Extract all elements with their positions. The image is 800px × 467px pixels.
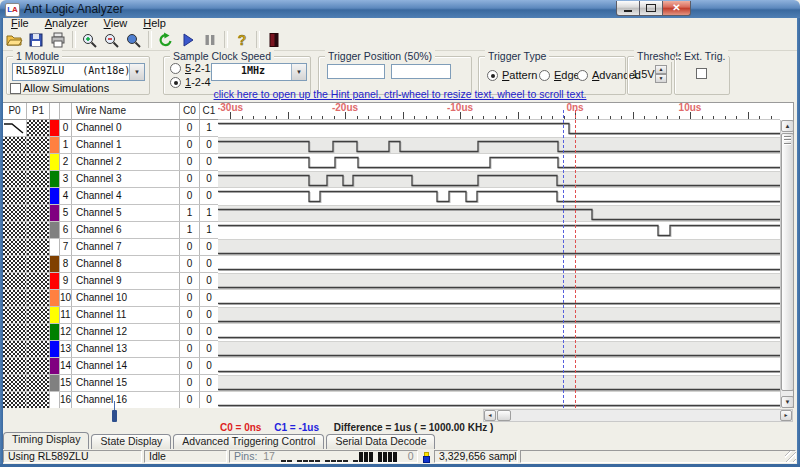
- ext-trig-checkbox[interactable]: [696, 68, 707, 79]
- channel-name[interactable]: Channel 7: [72, 239, 180, 255]
- header-wire-name[interactable]: Wire Name: [72, 103, 180, 120]
- p0-pattern-cell[interactable]: [3, 307, 27, 323]
- waveform-row[interactable]: [218, 120, 780, 137]
- spinner-up-icon[interactable]: ▲: [655, 65, 667, 74]
- p1-pattern-cell[interactable]: [27, 273, 50, 289]
- tab-advanced-triggering-control[interactable]: Advanced Triggering Control: [173, 434, 324, 449]
- channel-color-swatch[interactable]: [50, 171, 60, 187]
- channel-name[interactable]: Channel 3: [72, 171, 180, 187]
- p0-pattern-cell[interactable]: [3, 188, 27, 204]
- channel-name[interactable]: Channel 12: [72, 324, 180, 340]
- p0-pattern-cell[interactable]: [3, 205, 27, 221]
- channel-color-swatch[interactable]: [50, 358, 60, 374]
- channel-color-swatch[interactable]: [50, 222, 60, 238]
- minimize-button[interactable]: [616, 1, 640, 16]
- spinner-down-icon[interactable]: ▼: [655, 74, 667, 83]
- text-size-trackbar[interactable]: [3, 408, 480, 423]
- header-c0[interactable]: C0: [180, 103, 200, 120]
- channel-color-swatch[interactable]: [50, 273, 60, 289]
- trigger-position-input-1[interactable]: [327, 64, 385, 79]
- p1-pattern-cell[interactable]: [27, 324, 50, 340]
- channel-color-swatch[interactable]: [50, 375, 60, 391]
- scroll-right-icon[interactable]: ►: [780, 410, 792, 421]
- p1-pattern-cell[interactable]: [27, 239, 50, 255]
- p1-pattern-cell[interactable]: [27, 290, 50, 306]
- p1-pattern-cell[interactable]: [27, 154, 50, 170]
- waveform-row[interactable]: [218, 324, 780, 341]
- p0-pattern-cell[interactable]: [3, 120, 27, 136]
- p0-pattern-cell[interactable]: [3, 239, 27, 255]
- help-button[interactable]: ?: [231, 30, 253, 49]
- waveform-row[interactable]: [218, 154, 780, 171]
- radio-trigger-pattern[interactable]: Pattern: [487, 69, 537, 81]
- p1-pattern-cell[interactable]: [27, 392, 50, 408]
- p1-pattern-cell[interactable]: [27, 222, 50, 238]
- close-button[interactable]: ✕: [662, 1, 691, 16]
- resize-grip[interactable]: [785, 451, 796, 462]
- waveform-row[interactable]: [218, 290, 780, 307]
- p1-pattern-cell[interactable]: [27, 137, 50, 153]
- save-button[interactable]: [25, 30, 47, 49]
- radio-clock-521[interactable]: 5-2-1: [170, 62, 211, 74]
- p0-pattern-cell[interactable]: [3, 392, 27, 408]
- horizontal-scrollbar-thumb[interactable]: [497, 410, 511, 421]
- menu-analyzer[interactable]: Analyzer: [37, 18, 96, 29]
- p0-pattern-cell[interactable]: [3, 137, 27, 153]
- channel-name[interactable]: Channel 14: [72, 358, 180, 374]
- waveform-row[interactable]: [218, 273, 780, 290]
- channel-name[interactable]: Channel 15: [72, 375, 180, 391]
- channel-color-swatch[interactable]: [50, 137, 60, 153]
- threshold-spinner[interactable]: ▲ ▼: [655, 65, 667, 82]
- tab-timing-display[interactable]: Timing Display: [3, 432, 89, 449]
- waveform-row[interactable]: [218, 307, 780, 324]
- waveform-area[interactable]: [218, 120, 780, 408]
- pause-button[interactable]: [199, 30, 221, 49]
- channel-color-swatch[interactable]: [50, 290, 60, 306]
- channel-name[interactable]: Channel 16: [72, 392, 180, 408]
- tab-serial-data-decode[interactable]: Serial Data Decode: [326, 434, 435, 449]
- p1-pattern-cell[interactable]: [27, 341, 50, 357]
- channel-name[interactable]: Channel 11: [72, 307, 180, 323]
- channel-name[interactable]: Channel 9: [72, 273, 180, 289]
- p1-pattern-cell[interactable]: [27, 188, 50, 204]
- vertical-scrollbar-thumb[interactable]: [781, 133, 794, 391]
- radio-clock-124[interactable]: 1-2-4: [170, 76, 211, 88]
- scroll-down-icon[interactable]: ▼: [781, 396, 794, 408]
- p0-pattern-cell[interactable]: [3, 222, 27, 238]
- radio-trigger-edge[interactable]: Edge: [539, 69, 580, 81]
- waveform-row[interactable]: [218, 341, 780, 358]
- time-ruler[interactable]: -30us-20us-10us0ns10us: [218, 103, 780, 120]
- hint-link[interactable]: click here to open up the Hint panel, ct…: [0, 88, 800, 100]
- module-combo[interactable]: RL589ZLU (Ant18e) ▼: [12, 63, 145, 81]
- menu-help[interactable]: Help: [135, 18, 174, 29]
- channel-name[interactable]: Channel 13: [72, 341, 180, 357]
- waveform-row[interactable]: [218, 375, 780, 392]
- p1-pattern-cell[interactable]: [27, 307, 50, 323]
- zoom-in-button[interactable]: [79, 30, 101, 49]
- header-p0[interactable]: P0: [3, 103, 27, 120]
- p1-pattern-cell[interactable]: [27, 171, 50, 187]
- channel-color-swatch[interactable]: [50, 205, 60, 221]
- waveform-row[interactable]: [218, 256, 780, 273]
- scroll-left-icon[interactable]: ◄: [484, 410, 496, 421]
- channel-color-swatch[interactable]: [50, 341, 60, 357]
- channel-color-swatch[interactable]: [50, 120, 60, 136]
- maximize-button[interactable]: [639, 1, 663, 16]
- header-p1[interactable]: P1: [27, 103, 50, 120]
- waveform-row[interactable]: [218, 358, 780, 375]
- p0-pattern-cell[interactable]: [3, 256, 27, 272]
- channel-color-swatch[interactable]: [50, 392, 60, 408]
- run-button[interactable]: [177, 30, 199, 49]
- horizontal-scrollbar[interactable]: ◄ ►: [483, 409, 793, 422]
- p0-pattern-cell[interactable]: [3, 171, 27, 187]
- waveform-row[interactable]: [218, 239, 780, 256]
- channel-name[interactable]: Channel 8: [72, 256, 180, 272]
- zoom-button[interactable]: [123, 30, 145, 49]
- waveform-row[interactable]: [218, 392, 780, 408]
- channel-color-swatch[interactable]: [50, 256, 60, 272]
- channel-color-swatch[interactable]: [50, 154, 60, 170]
- channel-color-swatch[interactable]: [50, 239, 60, 255]
- p1-pattern-cell[interactable]: [27, 256, 50, 272]
- waveform-row[interactable]: [218, 171, 780, 188]
- p0-pattern-cell[interactable]: [3, 324, 27, 340]
